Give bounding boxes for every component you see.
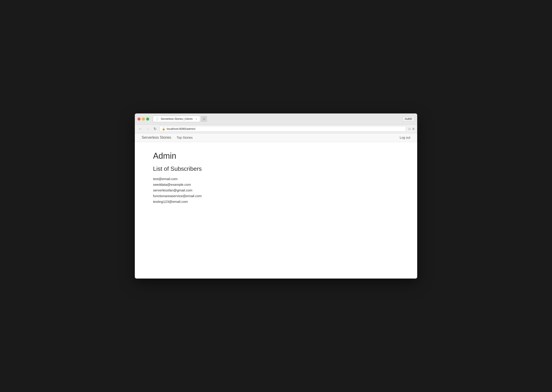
bookmark-icon[interactable]: ☆	[408, 127, 411, 131]
address-bar[interactable]: 🔒 localhost:8080/admin/	[160, 126, 406, 132]
back-button[interactable]: ←	[138, 126, 143, 132]
app-brand: Serverless Stories	[142, 135, 171, 140]
nav-right-controls: ☆ ≡	[408, 127, 414, 131]
list-item: functionareaservice@email.com	[153, 193, 399, 199]
address-lock-icon: 🔒	[162, 127, 165, 131]
active-tab[interactable]: 📄 Serverless Stories | Admin ×	[153, 116, 200, 122]
browser-window: 📄 Serverless Stories | Admin × + Auth0 ←…	[135, 113, 417, 279]
forward-button[interactable]: →	[145, 126, 150, 132]
close-button[interactable]	[138, 118, 140, 120]
list-item: test@email.com	[153, 176, 399, 182]
list-item: testing123@email.com	[153, 199, 399, 204]
list-item: serverlessfan@gmail.com	[153, 187, 399, 193]
page-content: Admin List of Subscribers test@email.com…	[135, 142, 417, 279]
menu-icon[interactable]: ≡	[412, 127, 414, 131]
subscribers-heading: List of Subscribers	[153, 165, 399, 172]
title-bar: 📄 Serverless Stories | Admin × + Auth0	[135, 113, 417, 125]
reload-button[interactable]: ↻	[152, 126, 158, 132]
subscriber-list: test@email.com seeddata@example.com serv…	[153, 176, 399, 204]
page-title: Admin	[153, 151, 399, 161]
top-stories-link[interactable]: Top Stories	[177, 136, 193, 139]
list-item: seeddata@example.com	[153, 182, 399, 187]
tab-title: Serverless Stories | Admin	[161, 117, 193, 120]
tab-close-button[interactable]: ×	[196, 117, 197, 121]
auth0-button[interactable]: Auth0	[402, 116, 414, 122]
nav-bar: ← → ↻ 🔒 localhost:8080/admin/ ☆ ≡	[135, 125, 417, 133]
traffic-lights	[138, 118, 149, 120]
maximize-button[interactable]	[146, 118, 149, 120]
tab-icon: 📄	[156, 118, 159, 120]
minimize-button[interactable]	[142, 118, 145, 120]
new-tab-button[interactable]: +	[201, 116, 207, 122]
logout-button[interactable]: Log out	[400, 136, 410, 139]
app-header: Serverless Stories Top Stories Log out	[135, 133, 417, 142]
tab-bar: 📄 Serverless Stories | Admin × +	[153, 116, 400, 122]
address-text: localhost:8080/admin/	[167, 127, 195, 131]
